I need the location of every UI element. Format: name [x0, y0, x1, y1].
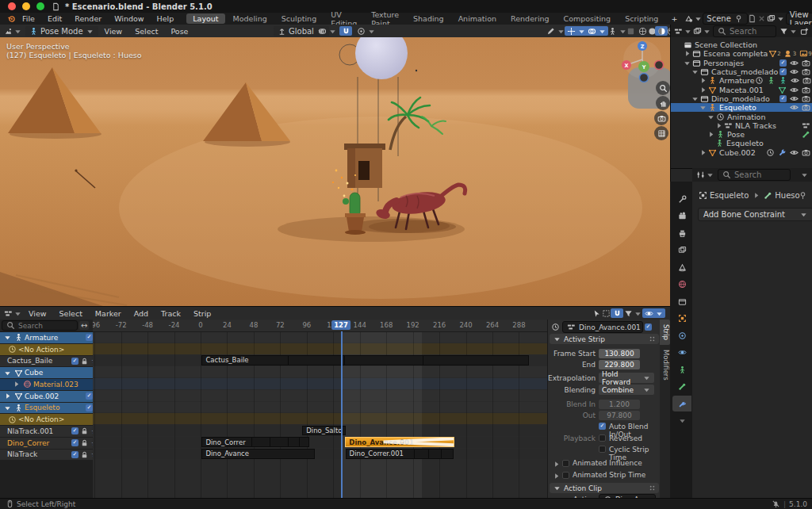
hide-viewport-icon[interactable] — [789, 85, 799, 94]
chevron-right-icon[interactable] — [682, 49, 691, 59]
chevron-right-icon[interactable] — [706, 130, 715, 140]
hide-viewport-icon[interactable] — [789, 147, 799, 157]
overlap-mode-button[interactable] — [642, 308, 665, 318]
properties-tab-world[interactable] — [672, 277, 691, 293]
scene-selector[interactable]: Scene — [703, 13, 748, 25]
overlays-toggle-button[interactable] — [585, 26, 608, 36]
lock-icon[interactable] — [80, 450, 90, 459]
nla-channel-material-023[interactable]: Material.023 — [0, 379, 104, 390]
chevron-down-icon[interactable] — [682, 58, 691, 67]
panel-options-icon[interactable] — [647, 335, 657, 344]
nla-channel-cube[interactable]: Cube — [0, 367, 95, 378]
menu-window[interactable]: Window — [108, 14, 150, 23]
new-collection-icon[interactable] — [799, 26, 809, 36]
more-tabs-icon[interactable] — [672, 413, 691, 429]
chevron-right-icon[interactable] — [551, 471, 561, 480]
properties-tab-output[interactable] — [672, 225, 691, 241]
properties-tab-physics[interactable] — [672, 345, 691, 361]
workspace-tab-compositing[interactable]: Compositing — [557, 13, 618, 24]
workspace-tab-modeling[interactable]: Modeling — [227, 13, 274, 24]
nla-menu-track[interactable]: Track — [155, 309, 187, 318]
track-enable-checkbox[interactable]: ✓ — [71, 427, 79, 434]
chevron-right-icon[interactable] — [698, 147, 707, 157]
chevron-down-icon[interactable] — [683, 26, 692, 36]
viewport-menu-pose[interactable]: Pose — [164, 27, 194, 36]
nla-channel-dino-correr[interactable]: Dino_Correr✓☆ — [0, 438, 100, 449]
strip-name-field[interactable]: Dino_Avance.001 — [562, 321, 643, 333]
outliner-row-escena-completa[interactable]: Escena completa239✓ — [671, 49, 812, 58]
notifications-muted-icon[interactable] — [771, 499, 780, 509]
outliner-row-pose[interactable]: Pose — [671, 130, 812, 139]
chevron-right-icon[interactable] — [551, 459, 561, 469]
3d-viewport[interactable]: Z X Y User Perspective (127) Esqueleto |… — [0, 37, 670, 306]
outliner-row-animation[interactable]: Animation — [671, 112, 812, 121]
outliner-row-scene-collection[interactable]: Scene Collection — [671, 40, 812, 49]
filter-icon[interactable] — [623, 308, 633, 318]
editor-type-icon[interactable] — [3, 26, 13, 36]
menu-edit[interactable]: Edit — [41, 14, 68, 23]
properties-tab-collection[interactable] — [672, 293, 691, 309]
gizmo-toggle-button[interactable] — [565, 26, 588, 36]
chevron-down-icon[interactable] — [776, 14, 786, 24]
properties-tab-view-layer[interactable] — [672, 243, 691, 258]
chevron-down-icon[interactable] — [788, 26, 798, 36]
cyclic-checkbox[interactable] — [599, 446, 606, 453]
menu-help[interactable]: Help — [151, 14, 181, 23]
extrapolation-dropdown[interactable]: Hold Forward — [599, 373, 654, 383]
reversed-checkbox[interactable] — [599, 434, 606, 442]
track-enable-checkbox[interactable]: ✓ — [71, 439, 79, 446]
nla-search-input[interactable]: Search — [2, 320, 78, 331]
zoom-tool-button[interactable] — [656, 81, 670, 95]
workspace-tab-scripting[interactable]: Scripting — [619, 13, 665, 24]
active-strip-panel-header[interactable]: Active Strip — [550, 334, 659, 344]
chevron-down-icon[interactable] — [633, 308, 642, 318]
disable-render-icon[interactable] — [801, 94, 810, 103]
chevron-right-icon[interactable] — [714, 121, 723, 130]
nla-strip-dino-correr[interactable]: Dino_Correr — [201, 437, 308, 447]
channel-mute-checkbox[interactable]: ✓ — [86, 404, 93, 411]
nla-channel--no-action-[interactable]: <No Action> — [0, 344, 100, 355]
nla-menu-marker[interactable]: Marker — [89, 309, 128, 318]
snap-button[interactable] — [611, 308, 623, 318]
animated-influence-checkbox[interactable] — [562, 460, 569, 467]
current-frame-badge[interactable]: 127 — [331, 320, 350, 330]
lock-icon[interactable] — [80, 438, 90, 448]
annotate-tool-button[interactable] — [544, 26, 567, 36]
scene-icon[interactable] — [684, 14, 693, 24]
outliner-row-dino-modelado[interactable]: Dino_modelado✓ — [671, 94, 812, 103]
chevron-down-icon[interactable] — [705, 170, 714, 180]
workspace-tab-animation[interactable]: Animation — [452, 13, 503, 24]
outliner-row-esqueleto[interactable]: Esqueleto — [671, 139, 812, 147]
nla-strip-dino-avance-001[interactable]: Dino_Avance.001 — [345, 437, 454, 447]
channel-mute-checkbox[interactable]: ✓ — [86, 392, 93, 400]
box-select-icon[interactable] — [601, 308, 611, 318]
properties-tab-bone[interactable] — [672, 379, 691, 395]
workspace-tab-rendering[interactable]: Rendering — [504, 13, 556, 24]
display-mode-icon[interactable] — [673, 26, 683, 36]
close-window-button[interactable] — [8, 2, 16, 10]
exclude-checkbox[interactable]: ✓ — [779, 95, 787, 102]
nla-menu-strip[interactable]: Strip — [187, 309, 217, 318]
outliner-row-cactus-modelado[interactable]: Cactus_modelado✓ — [671, 67, 812, 76]
panel-options-icon[interactable] — [647, 484, 657, 493]
properties-search-input[interactable]: Search — [718, 169, 791, 181]
nla-channel-armature[interactable]: Armature✓ — [0, 332, 95, 343]
outliner-search-input[interactable]: Search — [713, 25, 776, 37]
workspace-tab-shading[interactable]: Shading — [407, 13, 450, 24]
proportional-edit-button[interactable] — [354, 26, 377, 36]
workspace-tab-layout[interactable]: Layout — [186, 13, 224, 24]
hide-viewport-icon[interactable] — [789, 58, 799, 67]
pan-tool-button[interactable] — [656, 96, 670, 110]
hide-viewport-icon[interactable] — [791, 76, 800, 86]
channel-mute-checkbox[interactable]: ✓ — [86, 334, 93, 341]
hide-viewport-icon[interactable] — [789, 103, 799, 113]
view-layer-selector[interactable]: View Layer — [786, 13, 812, 25]
ortho-toggle-button[interactable] — [654, 126, 668, 140]
breadcrumb-bone[interactable]: Hueso — [775, 191, 799, 200]
outliner-row-personajes[interactable]: Personajes✓ — [671, 59, 812, 67]
filter-icon[interactable] — [779, 26, 788, 36]
outliner-row-armature[interactable]: Armature — [671, 76, 812, 85]
properties-tab-bone-constraint[interactable] — [672, 396, 691, 411]
breadcrumb-object[interactable]: Esqueleto — [710, 191, 749, 200]
animated-strip-time-checkbox[interactable] — [562, 472, 569, 479]
